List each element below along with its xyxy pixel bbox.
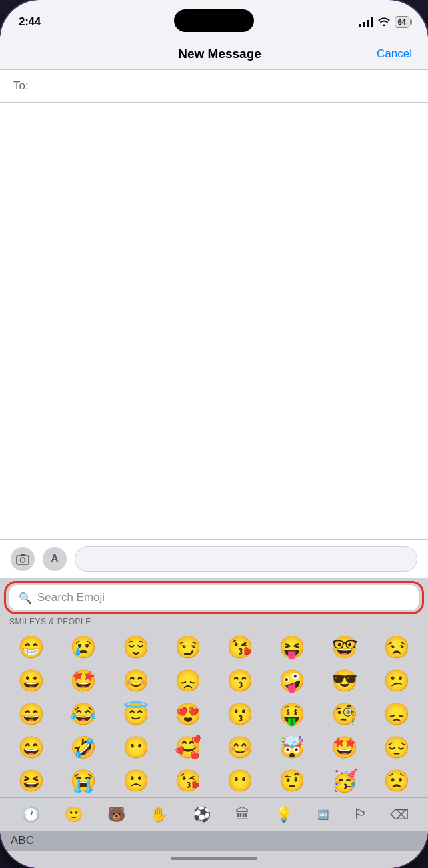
flags-icon[interactable]: 🏳 [351, 803, 371, 826]
emoji-cell[interactable]: 😭 [57, 764, 109, 797]
emoji-cell[interactable]: 😗 [214, 697, 266, 731]
activities-icon[interactable]: ⚽ [190, 803, 213, 826]
message-header: New Message Cancel [0, 36, 428, 70]
message-toolbar: A [0, 539, 428, 578]
search-icon: 🔍 [19, 592, 32, 604]
emoji-cell[interactable]: 🤣 [57, 731, 109, 764]
emoji-cell[interactable]: 🙁 [110, 764, 162, 797]
to-field: To: [0, 70, 428, 103]
emoji-cell[interactable]: 😞 [371, 697, 423, 731]
emoji-category-bar: 🕐 🙂 🐻 ✋ ⚽ 🏛 💡 🔤 🏳 ⌫ [0, 797, 428, 831]
emoji-cell[interactable]: 😶 [214, 764, 266, 797]
emoji-cell[interactable]: 😶 [110, 731, 162, 764]
emoji-cell[interactable]: 😄 [5, 697, 57, 731]
home-indicator [0, 851, 428, 868]
emoji-cell[interactable]: 😘 [214, 630, 266, 664]
emoji-cell[interactable]: 🧐 [319, 697, 371, 731]
emoji-cell[interactable]: 🤓 [319, 630, 371, 664]
emoji-cell[interactable]: 😍 [162, 697, 214, 731]
symbols-icon[interactable]: 🔤 [315, 807, 331, 823]
message-input[interactable] [75, 546, 417, 572]
smileys-icon[interactable]: 🙂 [62, 803, 85, 826]
recipient-input[interactable] [34, 79, 415, 93]
emoji-cell[interactable]: 🤪 [266, 664, 318, 697]
emoji-search-bar[interactable]: 🔍 Search Emoji [9, 585, 419, 610]
phone-frame: 2:44 6 [0, 0, 428, 868]
home-bar [171, 857, 257, 860]
to-label: To: [13, 79, 29, 93]
objects-icon[interactable]: 💡 [272, 803, 295, 826]
emoji-cell[interactable]: 🤩 [57, 664, 109, 697]
svg-rect-2 [21, 554, 25, 556]
wifi-icon [378, 17, 390, 28]
emoji-cell[interactable]: 😊 [214, 731, 266, 764]
camera-button[interactable] [11, 547, 35, 571]
abc-label: ABC [11, 834, 34, 847]
recent-icon[interactable]: 🕐 [19, 803, 43, 826]
emoji-cell[interactable]: 😒 [371, 630, 423, 664]
emoji-cell[interactable]: 😌 [110, 630, 162, 664]
emoji-cell[interactable]: 😂 [57, 697, 109, 731]
emoji-cell[interactable]: 😟 [371, 764, 423, 797]
emoji-cell[interactable]: 😢 [57, 630, 109, 664]
emoji-cell[interactable]: 🤯 [266, 731, 318, 764]
app-store-button[interactable]: A [43, 547, 67, 571]
emoji-category-label: SMILEYS & PEOPLE [0, 614, 428, 630]
animals-icon[interactable]: 🐻 [105, 803, 128, 826]
emoji-cell[interactable]: 😊 [110, 664, 162, 697]
message-body[interactable] [0, 103, 428, 539]
emoji-cell[interactable]: 😞 [162, 664, 214, 697]
emoji-cell[interactable]: 😇 [110, 697, 162, 731]
emoji-cell[interactable]: 🤨 [266, 764, 318, 797]
travel-icon[interactable]: 🏛 [233, 803, 253, 826]
svg-rect-0 [17, 556, 29, 564]
delete-button[interactable]: ⌫ [390, 807, 409, 823]
phone-screen: 2:44 6 [0, 0, 428, 868]
emoji-cell[interactable]: 😄 [5, 731, 57, 764]
emoji-cell[interactable]: 😙 [214, 664, 266, 697]
emoji-cell[interactable]: 🤑 [266, 697, 318, 731]
emoji-keyboard: 🔍 Search Emoji SMILEYS & PEOPLE 😁😢😌😏😘😝🤓😒… [0, 578, 428, 868]
svg-point-1 [21, 558, 25, 562]
emoji-search-wrapper: 🔍 Search Emoji [0, 578, 428, 614]
emoji-cell[interactable]: 😘 [162, 764, 214, 797]
emoji-cell[interactable]: 😀 [5, 664, 57, 697]
emoji-grid: 😁😢😌😏😘😝🤓😒😀🤩😊😞😙🤪😎😕😄😂😇😍😗🤑🧐😞😄🤣😶🥰😊🤯🤩😔😆😭🙁😘😶🤨🥳😟 [0, 630, 428, 797]
emoji-cell[interactable]: 😆 [5, 764, 57, 797]
emoji-cell[interactable]: 🤩 [319, 731, 371, 764]
keyboard-abc-bar: ABC [0, 831, 428, 851]
emoji-cell[interactable]: 🥰 [162, 731, 214, 764]
battery-icon: 64 [395, 16, 409, 28]
emoji-cell[interactable]: 🥳 [319, 764, 371, 797]
status-time: 2:44 [19, 15, 41, 29]
dynamic-island [174, 9, 254, 32]
status-icons: 64 [359, 16, 409, 28]
emoji-cell[interactable]: 😎 [319, 664, 371, 697]
emoji-cell[interactable]: 😝 [266, 630, 318, 664]
page-title: New Message [63, 47, 377, 61]
emoji-cell[interactable]: 😕 [371, 664, 423, 697]
emoji-cell[interactable]: 😏 [162, 630, 214, 664]
emoji-cell[interactable]: 😔 [371, 731, 423, 764]
hands-icon[interactable]: ✋ [147, 803, 171, 826]
signal-icon [359, 17, 373, 27]
cancel-button[interactable]: Cancel [377, 47, 412, 61]
emoji-cell[interactable]: 😁 [5, 630, 57, 664]
search-placeholder: Search Emoji [37, 591, 105, 604]
